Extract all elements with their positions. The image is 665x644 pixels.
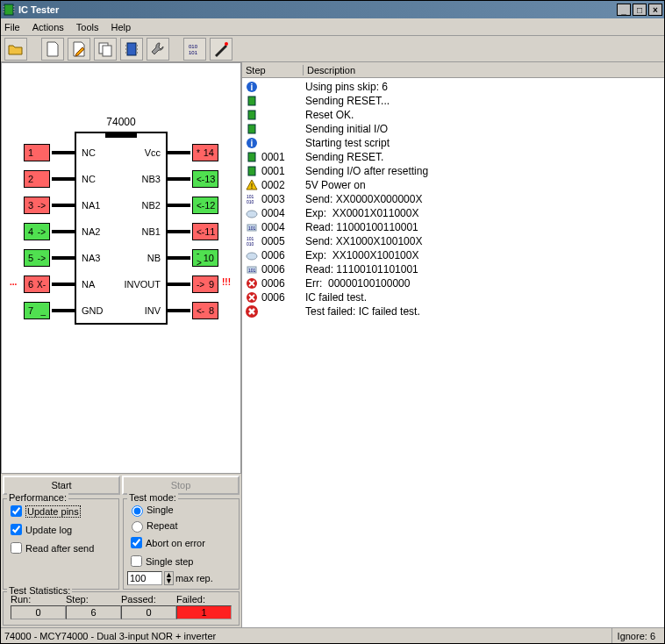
cloud-icon: [244, 249, 260, 261]
log-row[interactable]: 1010004Read: 11000100110001: [244, 220, 662, 234]
close-button[interactable]: ×: [648, 4, 662, 16]
read-icon: 101: [244, 263, 260, 275]
log-panel: Step Description iUsing pins skip: 6Send…: [242, 62, 664, 627]
svg-rect-3: [3, 11, 4, 12]
spinner-buttons[interactable]: ▲▼: [164, 571, 174, 585]
svg-rect-15: [136, 52, 138, 54]
bits-icon: 101010: [244, 193, 260, 205]
options-area: Performance: Update pins Update log Read…: [1, 497, 241, 591]
max-rep-input[interactable]: [127, 571, 162, 585]
status-left: 74000 - MCY74000 - Dual 3-input NOR + in…: [4, 631, 216, 641]
stats-legend: Test Statistics:: [7, 585, 72, 596]
new-icon[interactable]: [41, 38, 64, 61]
chip-icon[interactable]: [120, 38, 143, 61]
log-row[interactable]: Sending RESET...: [244, 94, 662, 108]
edit-icon[interactable]: [68, 38, 90, 61]
chip-icon: [244, 151, 260, 163]
left-panel: 74000 1NC2NC3->NA14->NA25->NA3...6X-NA7_…: [1, 62, 242, 627]
log-row[interactable]: 0006Exp: XX1000X100100X: [244, 248, 662, 262]
menubar: File Actions Tools Help: [1, 18, 664, 36]
performance-group: Performance: Update pins Update log Read…: [3, 498, 119, 590]
log-header-desc[interactable]: Description: [304, 65, 664, 75]
log-row[interactable]: 0004Exp: XX0001X011000X: [244, 206, 662, 220]
stat-step-value: 6: [66, 605, 121, 619]
svg-rect-4: [13, 6, 15, 7]
stat-step-label: Step:: [66, 594, 121, 605]
read-icon: 101: [244, 221, 260, 233]
abort-on-error-checkbox[interactable]: Abort on error: [127, 534, 235, 551]
bigerr-icon: [244, 304, 260, 318]
statusbar: 74000 - MCY74000 - Dual 3-input NOR + in…: [1, 627, 664, 643]
testmode-legend: Test mode:: [127, 492, 178, 503]
update-pins-checkbox[interactable]: Update pins: [7, 503, 115, 519]
log-row[interactable]: 0006Err: 00000100100000: [244, 276, 662, 290]
menu-actions[interactable]: Actions: [32, 22, 64, 32]
open-icon[interactable]: [4, 38, 27, 61]
info-icon: i: [244, 137, 260, 149]
repeat-radio[interactable]: Repeat: [127, 519, 235, 533]
single-radio[interactable]: Single: [127, 503, 235, 517]
log-row[interactable]: 0001Sending I/O after resetting: [244, 164, 662, 178]
menu-file[interactable]: File: [4, 22, 20, 32]
stat-failed-label: Failed:: [176, 594, 232, 605]
svg-text:101: 101: [248, 268, 256, 273]
app-window: IC Tester _ □ × File Actions Tools Help …: [0, 0, 665, 644]
warn-icon: !: [244, 179, 260, 191]
log-row[interactable]: Reset OK.: [244, 108, 662, 122]
minimize-button[interactable]: _: [617, 4, 631, 16]
log-row[interactable]: Sending initial I/O: [244, 122, 662, 136]
svg-text:!: !: [251, 182, 254, 190]
read-after-send-checkbox[interactable]: Read after send: [7, 540, 115, 556]
svg-text:101: 101: [248, 225, 256, 231]
stat-failed-value: 1: [176, 605, 232, 619]
chip-icon: [244, 109, 260, 121]
log-row[interactable]: 0001Sending RESET.: [244, 150, 662, 164]
menu-tools[interactable]: Tools: [76, 22, 99, 32]
window-title: IC Tester: [18, 4, 59, 15]
binary-icon[interactable]: 010101: [183, 38, 206, 61]
log-row[interactable]: iUsing pins skip: 6: [244, 80, 662, 94]
probe-icon[interactable]: [210, 38, 232, 61]
pin-right-8: INV<-8: [11, 300, 231, 321]
chip-icon: [244, 165, 260, 177]
stat-passed-value: 0: [121, 605, 176, 619]
err-icon: [244, 291, 260, 304]
pin-right-10: NB->10: [11, 247, 231, 268]
log-header: Step Description: [242, 62, 664, 78]
svg-rect-10: [125, 45, 127, 47]
log-body[interactable]: iUsing pins skip: 6Sending RESET...Reset…: [242, 78, 664, 627]
pin-right-11: NB1<-11: [11, 221, 231, 242]
bits-icon: 101010: [244, 235, 260, 247]
stat-passed-label: Passed:: [121, 594, 176, 605]
titlebar: IC Tester _ □ ×: [1, 1, 664, 18]
log-header-step[interactable]: Step: [242, 65, 304, 75]
log-row[interactable]: iStarting test script: [244, 136, 662, 150]
svg-text:101: 101: [189, 50, 198, 55]
svg-text:010: 010: [247, 199, 254, 204]
copy-icon[interactable]: [94, 38, 117, 61]
log-row[interactable]: Test failed: IC failed test.: [244, 304, 662, 318]
log-row[interactable]: 1010100003Send: XX0000X000000X: [244, 192, 662, 206]
svg-rect-5: [13, 9, 15, 10]
svg-rect-11: [125, 48, 127, 50]
update-log-checkbox[interactable]: Update log: [7, 521, 115, 538]
maximize-button[interactable]: □: [633, 4, 647, 16]
stats-group: Test Statistics: Run:0 Step:6 Passed:0 F…: [3, 591, 240, 626]
log-row[interactable]: 0006IC failed test.: [244, 290, 662, 304]
svg-text:010: 010: [189, 44, 198, 49]
svg-point-18: [225, 42, 228, 46]
svg-text:i: i: [251, 82, 254, 92]
testmode-group: Test mode: Single Repeat Abort on error …: [123, 498, 240, 590]
svg-rect-1: [3, 6, 4, 7]
pin-right-13: NB3<-13: [11, 168, 231, 190]
svg-text:010: 010: [247, 241, 254, 247]
log-row[interactable]: !00025V Power on: [244, 178, 662, 192]
log-row[interactable]: 1010006Read: 11100101101001: [244, 262, 662, 276]
stat-run-value: 0: [11, 605, 66, 619]
menu-help[interactable]: Help: [111, 22, 132, 32]
cloud-icon: [244, 207, 260, 219]
single-step-checkbox[interactable]: Single step: [127, 553, 235, 569]
wrench-icon[interactable]: [147, 38, 169, 61]
err-icon: [244, 277, 260, 290]
log-row[interactable]: 1010100005Send: XX1000X100100X: [244, 234, 662, 248]
